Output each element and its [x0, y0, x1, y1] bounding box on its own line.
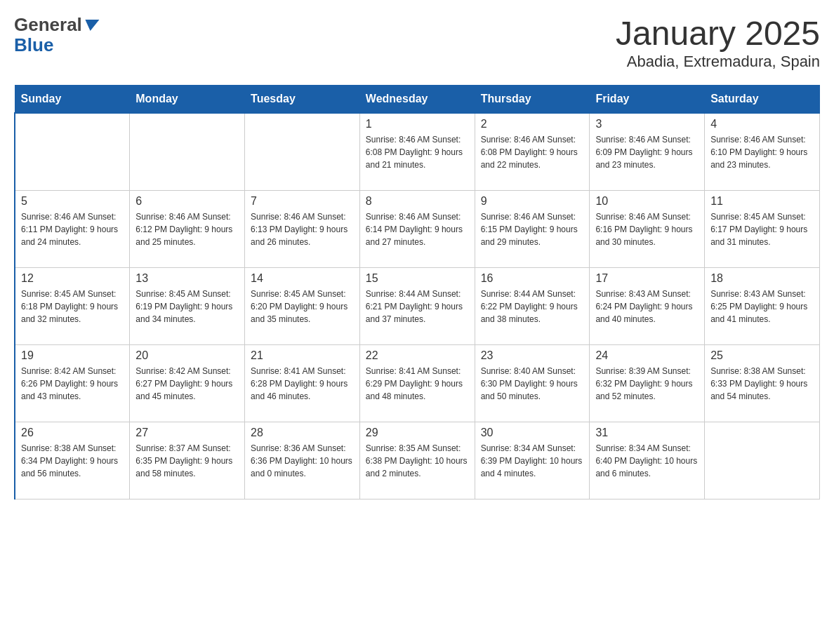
calendar-day: 27Sunrise: 8:37 AM Sunset: 6:35 PM Dayli… — [130, 422, 245, 499]
calendar-day: 26Sunrise: 8:38 AM Sunset: 6:34 PM Dayli… — [15, 422, 130, 499]
calendar-week-4: 19Sunrise: 8:42 AM Sunset: 6:26 PM Dayli… — [15, 344, 820, 422]
day-number: 13 — [135, 272, 239, 285]
day-number: 29 — [366, 427, 469, 439]
day-number: 8 — [366, 195, 469, 208]
day-info: Sunrise: 8:34 AM Sunset: 6:40 PM Dayligh… — [595, 442, 699, 480]
calendar-week-3: 12Sunrise: 8:45 AM Sunset: 6:18 PM Dayli… — [15, 267, 820, 344]
calendar-day: 18Sunrise: 8:43 AM Sunset: 6:25 PM Dayli… — [705, 267, 820, 344]
calendar-table: SundayMondayTuesdayWednesdayThursdayFrid… — [14, 85, 820, 499]
day-number: 4 — [710, 118, 814, 130]
calendar-week-1: 1Sunrise: 8:46 AM Sunset: 6:08 PM Daylig… — [15, 113, 820, 190]
day-number: 20 — [135, 349, 239, 362]
calendar-day: 22Sunrise: 8:41 AM Sunset: 6:29 PM Dayli… — [359, 344, 475, 422]
calendar-day: 30Sunrise: 8:34 AM Sunset: 6:39 PM Dayli… — [475, 422, 590, 499]
day-info: Sunrise: 8:42 AM Sunset: 6:26 PM Dayligh… — [21, 365, 124, 403]
calendar-title: January 2025 — [616, 14, 820, 53]
calendar-day: 24Sunrise: 8:39 AM Sunset: 6:32 PM Dayli… — [590, 344, 705, 422]
title-block: January 2025 Abadia, Extremadura, Spain — [616, 14, 820, 71]
calendar-day: 13Sunrise: 8:45 AM Sunset: 6:19 PM Dayli… — [130, 267, 245, 344]
day-info: Sunrise: 8:46 AM Sunset: 6:13 PM Dayligh… — [251, 210, 354, 248]
calendar-day: 6Sunrise: 8:46 AM Sunset: 6:12 PM Daylig… — [130, 190, 245, 267]
day-number: 26 — [21, 427, 124, 439]
page-header: General Blue January 2025 Abadia, Extrem… — [14, 14, 820, 71]
day-info: Sunrise: 8:45 AM Sunset: 6:20 PM Dayligh… — [251, 288, 354, 326]
calendar-day: 2Sunrise: 8:46 AM Sunset: 6:08 PM Daylig… — [475, 113, 590, 190]
calendar-day — [130, 113, 245, 190]
day-info: Sunrise: 8:34 AM Sunset: 6:39 PM Dayligh… — [481, 442, 584, 480]
header-wednesday: Wednesday — [359, 86, 475, 114]
day-info: Sunrise: 8:45 AM Sunset: 6:17 PM Dayligh… — [710, 210, 814, 248]
day-info: Sunrise: 8:45 AM Sunset: 6:18 PM Dayligh… — [21, 288, 124, 326]
day-number: 24 — [595, 349, 699, 362]
calendar-day: 3Sunrise: 8:46 AM Sunset: 6:09 PM Daylig… — [590, 113, 705, 190]
day-number: 16 — [481, 272, 584, 285]
day-number: 3 — [595, 118, 699, 130]
calendar-day: 12Sunrise: 8:45 AM Sunset: 6:18 PM Dayli… — [15, 267, 130, 344]
day-info: Sunrise: 8:46 AM Sunset: 6:08 PM Dayligh… — [366, 133, 469, 171]
day-number: 9 — [481, 195, 584, 208]
calendar-day: 4Sunrise: 8:46 AM Sunset: 6:10 PM Daylig… — [705, 113, 820, 190]
day-number: 10 — [595, 195, 699, 208]
calendar-day: 15Sunrise: 8:44 AM Sunset: 6:21 PM Dayli… — [359, 267, 475, 344]
calendar-day: 23Sunrise: 8:40 AM Sunset: 6:30 PM Dayli… — [475, 344, 590, 422]
day-info: Sunrise: 8:44 AM Sunset: 6:22 PM Dayligh… — [481, 288, 584, 326]
day-info: Sunrise: 8:42 AM Sunset: 6:27 PM Dayligh… — [135, 365, 239, 403]
day-info: Sunrise: 8:46 AM Sunset: 6:09 PM Dayligh… — [595, 133, 699, 171]
calendar-day: 17Sunrise: 8:43 AM Sunset: 6:24 PM Dayli… — [590, 267, 705, 344]
header-saturday: Saturday — [705, 86, 820, 114]
day-info: Sunrise: 8:43 AM Sunset: 6:25 PM Dayligh… — [710, 288, 814, 326]
day-number: 5 — [21, 195, 124, 208]
day-info: Sunrise: 8:44 AM Sunset: 6:21 PM Dayligh… — [366, 288, 469, 326]
calendar-day: 7Sunrise: 8:46 AM Sunset: 6:13 PM Daylig… — [245, 190, 360, 267]
calendar-day: 16Sunrise: 8:44 AM Sunset: 6:22 PM Dayli… — [475, 267, 590, 344]
day-info: Sunrise: 8:37 AM Sunset: 6:35 PM Dayligh… — [135, 442, 239, 480]
calendar-day: 14Sunrise: 8:45 AM Sunset: 6:20 PM Dayli… — [245, 267, 360, 344]
header-thursday: Thursday — [475, 86, 590, 114]
day-info: Sunrise: 8:46 AM Sunset: 6:14 PM Dayligh… — [366, 210, 469, 248]
calendar-day: 20Sunrise: 8:42 AM Sunset: 6:27 PM Dayli… — [130, 344, 245, 422]
calendar-day: 19Sunrise: 8:42 AM Sunset: 6:26 PM Dayli… — [15, 344, 130, 422]
day-info: Sunrise: 8:41 AM Sunset: 6:28 PM Dayligh… — [251, 365, 354, 403]
day-number: 19 — [21, 349, 124, 362]
logo-blue-text: Blue — [14, 34, 53, 56]
header-tuesday: Tuesday — [245, 86, 360, 114]
calendar-day: 21Sunrise: 8:41 AM Sunset: 6:28 PM Dayli… — [245, 344, 360, 422]
day-info: Sunrise: 8:35 AM Sunset: 6:38 PM Dayligh… — [366, 442, 469, 480]
day-number: 31 — [595, 427, 699, 439]
day-number: 28 — [251, 427, 354, 439]
day-info: Sunrise: 8:38 AM Sunset: 6:34 PM Dayligh… — [21, 442, 124, 480]
day-number: 6 — [135, 195, 239, 208]
day-info: Sunrise: 8:46 AM Sunset: 6:10 PM Dayligh… — [710, 133, 814, 171]
calendar-day: 1Sunrise: 8:46 AM Sunset: 6:08 PM Daylig… — [359, 113, 475, 190]
day-number: 30 — [481, 427, 584, 439]
logo-general-text: General — [14, 14, 82, 36]
day-number: 2 — [481, 118, 584, 130]
day-number: 27 — [135, 427, 239, 439]
day-number: 18 — [710, 272, 814, 285]
day-info: Sunrise: 8:41 AM Sunset: 6:29 PM Dayligh… — [366, 365, 469, 403]
day-info: Sunrise: 8:36 AM Sunset: 6:36 PM Dayligh… — [251, 442, 354, 480]
day-number: 25 — [710, 349, 814, 362]
logo-arrow-icon — [83, 20, 99, 31]
day-info: Sunrise: 8:45 AM Sunset: 6:19 PM Dayligh… — [135, 288, 239, 326]
header-sunday: Sunday — [15, 86, 130, 114]
day-number: 7 — [251, 195, 354, 208]
calendar-day — [245, 113, 360, 190]
calendar-day — [15, 113, 130, 190]
day-info: Sunrise: 8:46 AM Sunset: 6:12 PM Dayligh… — [135, 210, 239, 248]
day-number: 14 — [251, 272, 354, 285]
day-number: 21 — [251, 349, 354, 362]
day-info: Sunrise: 8:46 AM Sunset: 6:16 PM Dayligh… — [595, 210, 699, 248]
day-info: Sunrise: 8:40 AM Sunset: 6:30 PM Dayligh… — [481, 365, 584, 403]
calendar-day: 5Sunrise: 8:46 AM Sunset: 6:11 PM Daylig… — [15, 190, 130, 267]
day-number: 11 — [710, 195, 814, 208]
day-info: Sunrise: 8:46 AM Sunset: 6:15 PM Dayligh… — [481, 210, 584, 248]
day-number: 1 — [366, 118, 469, 130]
day-number: 17 — [595, 272, 699, 285]
day-info: Sunrise: 8:46 AM Sunset: 6:11 PM Dayligh… — [21, 210, 124, 248]
calendar-day: 11Sunrise: 8:45 AM Sunset: 6:17 PM Dayli… — [705, 190, 820, 267]
day-info: Sunrise: 8:39 AM Sunset: 6:32 PM Dayligh… — [595, 365, 699, 403]
calendar-subtitle: Abadia, Extremadura, Spain — [616, 53, 820, 71]
calendar-day — [705, 422, 820, 499]
day-number: 12 — [21, 272, 124, 285]
